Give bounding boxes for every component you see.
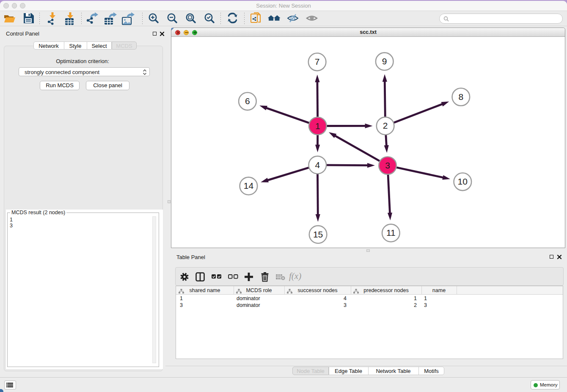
svg-text:15: 15: [313, 229, 323, 239]
svg-text:3: 3: [385, 160, 390, 170]
svg-text:6: 6: [245, 96, 250, 106]
svg-text:1: 1: [315, 121, 320, 131]
svg-text:11: 11: [386, 228, 396, 237]
svg-text:2: 2: [383, 121, 388, 130]
svg-text:9: 9: [382, 56, 387, 66]
svg-text:10: 10: [458, 177, 468, 186]
svg-text:14: 14: [244, 181, 254, 190]
svg-text:8: 8: [458, 92, 463, 102]
svg-text:4: 4: [315, 160, 320, 170]
svg-text:7: 7: [315, 57, 320, 66]
